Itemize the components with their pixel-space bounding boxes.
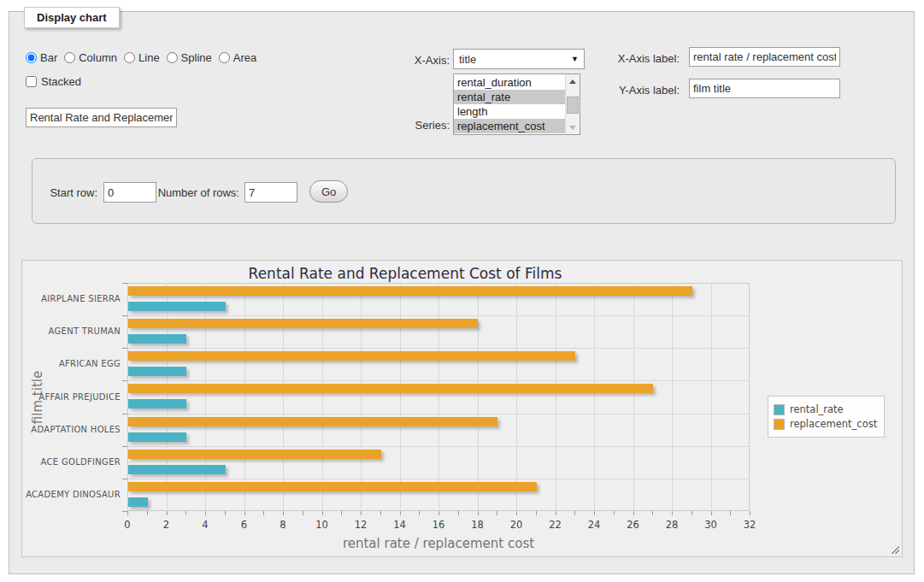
- x-tick-label: 26: [621, 519, 646, 531]
- grid-line-vertical: [438, 283, 439, 511]
- y-axis-label-input[interactable]: [689, 79, 840, 98]
- chart-type-label: Area: [233, 51, 256, 64]
- x-tick-label: 12: [348, 519, 374, 531]
- chart-type-label: Bar: [40, 51, 57, 64]
- series-option[interactable]: rental_duration: [454, 75, 565, 90]
- chart-type-option-area: Area: [219, 51, 256, 64]
- chart-type-radio-spline[interactable]: [167, 52, 178, 63]
- x-tick-label: 4: [192, 519, 218, 531]
- x-axis-tick: [341, 511, 342, 515]
- grid-line-vertical: [516, 283, 517, 511]
- series-listbox-scrollbar[interactable]: [565, 74, 580, 134]
- go-button[interactable]: Go: [309, 180, 348, 203]
- bar-replacement_cost: [128, 351, 575, 361]
- x-axis-tick: [167, 511, 168, 515]
- x-axis-tick: [750, 511, 750, 515]
- x-axis-tick: [380, 511, 381, 515]
- bar-replacement_cost: [128, 450, 381, 459]
- scrollbar-thumb[interactable]: [567, 97, 579, 114]
- x-axis-tick: [711, 511, 712, 515]
- x-axis-label-input[interactable]: [689, 47, 840, 67]
- chevron-down-icon: ▼: [571, 55, 579, 63]
- chart-type-radio-area[interactable]: [219, 52, 230, 63]
- chart-type-radio-line[interactable]: [124, 52, 135, 63]
- grid-line-horizontal: [127, 380, 750, 381]
- y-axis-tick: [122, 511, 127, 512]
- x-axis-tick: [614, 511, 615, 515]
- chart: Rental Rate and Replacement Cost of Film…: [21, 260, 903, 557]
- x-axis-tick: [536, 511, 537, 515]
- scroll-up-button[interactable]: [566, 74, 580, 88]
- x-axis-label-label: X-Axis label:: [594, 52, 680, 65]
- grid-line-horizontal: [127, 315, 750, 316]
- x-axis-tick: [556, 511, 556, 515]
- grid-line-vertical: [322, 283, 323, 511]
- x-axis-tick: [263, 511, 264, 515]
- legend-label: replacement_cost: [790, 418, 877, 430]
- x-axis-tick: [205, 511, 206, 515]
- x-axis-tick: [322, 511, 323, 515]
- grid-line-horizontal: [127, 348, 750, 349]
- x-axis-tick: [185, 511, 186, 515]
- start-row-label: Start row:: [0, 186, 97, 199]
- x-axis-tick: [438, 511, 439, 515]
- y-axis-label-label: Y-Axis label:: [594, 84, 680, 97]
- x-tick-label: 14: [387, 519, 413, 531]
- bar-rental_rate: [128, 465, 226, 474]
- num-rows-input[interactable]: [244, 182, 297, 203]
- x-axis-tick: [478, 511, 479, 515]
- chart-type-label: Line: [138, 51, 160, 64]
- chart-type-option-column: Column: [64, 51, 117, 64]
- stacked-checkbox[interactable]: [26, 76, 37, 87]
- resize-handle-icon[interactable]: [890, 544, 899, 554]
- series-option[interactable]: replacement_cost: [454, 119, 565, 133]
- x-axis-tick: [516, 511, 517, 515]
- bar-rental_rate: [128, 432, 186, 442]
- bar-replacement_cost: [128, 319, 478, 328]
- x-tick-label: 16: [426, 519, 451, 531]
- scroll-down-button[interactable]: [566, 121, 580, 134]
- category-label: AIRPLANE SIERRA: [22, 294, 121, 303]
- x-tick-label: 6: [232, 519, 257, 531]
- x-tick-label: 18: [465, 519, 491, 531]
- x-axis-tick: [400, 511, 401, 515]
- series-option[interactable]: rental_rate: [454, 90, 565, 104]
- grid-line-vertical: [167, 283, 168, 511]
- bar-replacement_cost: [128, 384, 653, 393]
- bar-rental_rate: [128, 302, 226, 311]
- category-label: ACADEMY DINOSAUR: [22, 490, 121, 499]
- x-axis-title: rental rate / replacement cost: [127, 536, 750, 551]
- legend-item: rental_rate: [774, 403, 877, 415]
- series-option[interactable]: length: [454, 104, 565, 119]
- chart-type-option-bar: Bar: [26, 51, 57, 64]
- x-axis-select-label: X-Axis:: [373, 54, 450, 67]
- x-axis-tick: [147, 511, 148, 515]
- chart-type-radio-column[interactable]: [64, 52, 75, 63]
- x-axis-tick: [244, 511, 245, 515]
- series-listbox[interactable]: rental_durationrental_ratelengthreplacem…: [453, 73, 580, 135]
- bar-rental_rate: [128, 497, 148, 507]
- y-axis-title: film title: [30, 370, 45, 423]
- grid-line-vertical: [711, 283, 712, 511]
- chart-title-input[interactable]: [26, 108, 177, 127]
- grid-line-vertical: [400, 283, 401, 511]
- legend-item: replacement_cost: [774, 418, 877, 430]
- x-tick-label: 0: [115, 519, 140, 531]
- grid-line-horizontal: [127, 479, 750, 479]
- x-tick-label: 28: [659, 519, 685, 531]
- category-label: ADAPTATION HOLES: [22, 425, 121, 434]
- bar-rental_rate: [128, 334, 186, 344]
- panel-title: Display chart: [24, 7, 120, 28]
- x-tick-label: 8: [270, 519, 296, 531]
- x-axis-tick: [574, 511, 575, 515]
- x-axis-tick: [127, 511, 128, 515]
- x-axis-tick: [652, 511, 653, 515]
- x-axis-select[interactable]: title ▼: [453, 49, 585, 69]
- y-axis-tick: [122, 414, 127, 414]
- chart-type-radio-bar[interactable]: [26, 52, 37, 63]
- bar-replacement_cost: [128, 286, 692, 296]
- x-axis-tick: [283, 511, 284, 515]
- x-axis-tick: [730, 511, 731, 515]
- x-axis-tick: [633, 511, 634, 515]
- y-axis-tick: [122, 380, 127, 381]
